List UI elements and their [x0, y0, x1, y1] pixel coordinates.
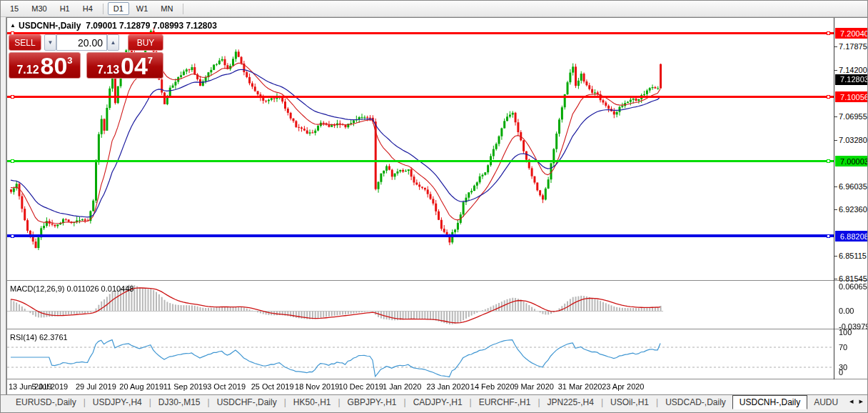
buy-price-big: 04 — [121, 54, 148, 78]
tab-scrollers: ◂ ▸ — [849, 397, 863, 406]
price-axis-tick — [834, 70, 837, 71]
sell-price-big: 80 — [41, 54, 68, 78]
price-axis-tick-label: 6.85115 — [839, 252, 868, 260]
price-axis-tick — [834, 186, 837, 187]
tab-usoilh1[interactable]: USOil-,H1 — [604, 396, 655, 409]
line-handle-left[interactable] — [11, 95, 14, 99]
line-handle-right[interactable] — [827, 159, 830, 163]
line-handle-right[interactable] — [827, 234, 830, 238]
tab-separator: | — [84, 397, 86, 407]
rsi-indicator-label: RSI(14) 62.3761 — [10, 333, 68, 342]
one-click-collapse-icon[interactable]: ▲ — [10, 22, 16, 29]
date-axis-label: 20 Aug 2019 — [119, 382, 163, 391]
horizontal-line-7.10056[interactable] — [7, 96, 834, 98]
macd-indicator-label: MACD(12,26,9) 0.011026 0.010448 — [10, 284, 133, 293]
tab-usdjpyh4[interactable]: USDJPY-,H4 — [86, 396, 148, 409]
timeframe-15[interactable]: 15 — [4, 2, 24, 15]
buy-button[interactable]: BUY — [128, 34, 163, 51]
sell-price-sup: 3 — [67, 55, 72, 66]
tab-gbpjpyh1[interactable]: GBPJPY-,H1 — [341, 396, 403, 409]
tab-separator: | — [656, 397, 658, 407]
line-handle-right[interactable] — [827, 31, 830, 35]
mt4-window: 15M30H1H4D1W1MN ▲ USDCNH-,Daily7.09001 7… — [0, 0, 868, 413]
rsi-axis-tick-label: 100 — [839, 328, 868, 337]
current-price-badge: 7.12803 — [835, 74, 868, 85]
buy-price-sup: 7 — [148, 55, 153, 66]
tab-separator: | — [338, 397, 340, 407]
symbol-tab-bar: EURUSD-,Daily|USDJPY-,H4|DJ30-,M15|USDCH… — [1, 394, 868, 409]
tab-dj30m15[interactable]: DJ30-,M15 — [152, 396, 207, 409]
sell-price-small: 7.12 — [16, 64, 39, 76]
line-handle-left[interactable] — [11, 234, 14, 238]
date-axis-label: 5 Jul 2019 — [31, 382, 68, 391]
price-axis-tick-label: 7.14200 — [839, 66, 868, 74]
date-axis-label: 23 Jan 2020 — [426, 382, 470, 391]
price-level-badge: 6.88208 — [835, 231, 868, 242]
timeframe-mn[interactable]: MN — [155, 2, 178, 15]
line-handle-left[interactable] — [11, 159, 14, 163]
pane-separator-macd[interactable] — [7, 280, 868, 282]
chart-ohlc-values: 7.09001 7.12879 7.08993 7.12803 — [86, 21, 217, 31]
tab-audu[interactable]: AUDU — [807, 396, 844, 409]
tab-separator: | — [538, 397, 540, 407]
volume-input[interactable] — [56, 34, 107, 51]
volume-decrease-button[interactable]: ▼ — [44, 34, 56, 51]
price-axis-tick — [834, 279, 837, 279]
price-level-badge: 7.00003 — [835, 156, 868, 166]
horizontal-line-6.88208[interactable] — [7, 234, 834, 237]
price-axis-tick-label: 7.17875 — [839, 42, 868, 51]
tab-separator: | — [149, 397, 151, 407]
timeframe-h1[interactable]: H1 — [54, 2, 76, 15]
pane-separator-rsi[interactable] — [7, 329, 868, 330]
line-handle-right[interactable] — [827, 95, 830, 99]
tab-usdcaddaily[interactable]: USDCAD-,Daily — [659, 396, 732, 409]
price-axis-tick-label: 6.92360 — [839, 205, 868, 214]
price-axis-tick — [834, 209, 837, 210]
tab-separator: | — [404, 397, 406, 407]
date-axis-label: 31 Mar 2020 — [558, 382, 602, 391]
price-axis-tick — [834, 256, 837, 257]
timeframe-h4[interactable]: H4 — [77, 2, 99, 15]
date-axis-label: 9 Mar 2020 — [514, 382, 554, 391]
date-axis-label: 3 Oct 2019 — [207, 382, 246, 391]
date-axis-label: 23 Apr 2020 — [602, 382, 644, 391]
buy-price-small: 7.13 — [97, 64, 119, 76]
tab-eurchfh1[interactable]: EURCHF-,H1 — [473, 396, 538, 409]
date-axis-label: 10 Dec 2019 — [339, 382, 383, 391]
tab-eurusddaily[interactable]: EURUSD-,Daily — [9, 396, 83, 409]
buy-price-panel[interactable]: 7.13 04 7 — [86, 52, 163, 79]
tab-usdchfdaily[interactable]: USDCHF-,Daily — [211, 396, 283, 409]
rsi-axis-tick-label: 70 — [839, 343, 868, 352]
price-axis-tick — [834, 116, 837, 117]
tab-usdcnhdaily[interactable]: USDCNH-,Daily — [732, 395, 807, 409]
sell-price-panel[interactable]: 7.12 80 3 — [9, 52, 81, 79]
price-axis-tick — [834, 140, 837, 141]
tab-scroll-left-icon[interactable]: ◂ — [849, 397, 854, 406]
price-axis-tick-label: 6.96035 — [839, 182, 868, 191]
tab-separator: | — [284, 397, 286, 407]
timeframe-d1[interactable]: D1 — [108, 2, 129, 15]
toolbar-separator — [183, 4, 183, 14]
date-axis-label: 14 Feb 2020 — [470, 382, 515, 391]
sell-button[interactable]: SELL — [9, 34, 41, 51]
date-axis-label: 11 Sep 2019 — [163, 382, 208, 391]
pane-separator-dates — [7, 379, 868, 380]
price-axis-tick-label: 7.06955 — [839, 112, 868, 121]
tab-hk50h1[interactable]: HK50-,H1 — [287, 396, 338, 409]
tab-separator: | — [601, 397, 603, 407]
tab-scroll-right-icon[interactable]: ▸ — [859, 397, 863, 406]
tab-jpn225h4[interactable]: JPN225-,H4 — [541, 396, 600, 409]
timeframe-toolbar: 15M30H1H4D1W1MN — [1, 1, 868, 17]
volume-increase-button[interactable]: ▲ — [107, 34, 119, 51]
timeframe-w1[interactable]: W1 — [131, 2, 154, 15]
rsi-canvas[interactable] — [7, 330, 833, 379]
date-axis-label: 29 Jul 2019 — [76, 382, 116, 391]
date-axis-label: 1 Jan 2020 — [383, 382, 421, 391]
horizontal-line-7.00003[interactable] — [7, 160, 834, 162]
tab-cadjpyh1[interactable]: CADJPY-,H1 — [407, 396, 469, 409]
timeframe-m30[interactable]: M30 — [26, 2, 52, 15]
toolbar-separator — [103, 4, 104, 14]
date-axis-label: 18 Nov 2019 — [295, 382, 339, 391]
tab-separator: | — [208, 397, 210, 407]
price-axis-line — [834, 18, 834, 379]
